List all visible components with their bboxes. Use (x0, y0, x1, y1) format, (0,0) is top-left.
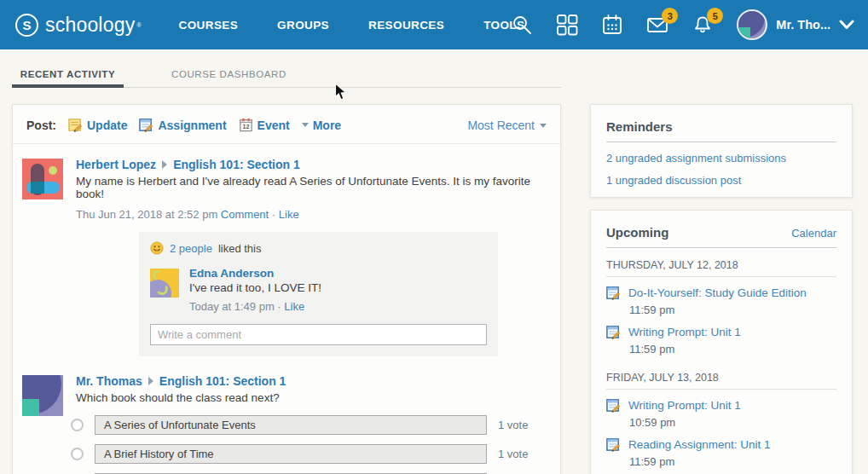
poll-vote-count: 1 vote (498, 419, 528, 431)
upcoming-title: Upcoming (606, 225, 668, 240)
post-more-button[interactable]: More (302, 118, 341, 132)
search-icon[interactable] (511, 14, 533, 36)
avatar-edna-anderson[interactable] (150, 269, 179, 298)
logo-text: schoology (45, 14, 135, 37)
nav-item-courses[interactable]: COURSES (179, 19, 239, 32)
calendar-icon[interactable] (601, 14, 623, 36)
tab-recent-activity[interactable]: RECENT ACTIVITY (12, 49, 124, 88)
assignment-icon (606, 286, 621, 300)
ungraded-discussion-link[interactable]: 1 ungraded discussion post (606, 174, 836, 187)
course-link[interactable]: English 101: Section 1 (159, 374, 286, 388)
post-composer: Post: Update Assignment (13, 105, 560, 144)
post-update-button[interactable]: Update (68, 118, 127, 132)
poll-radio-button[interactable] (71, 448, 84, 460)
avatar-herbert-lopez[interactable] (22, 159, 63, 199)
ungraded-assignments-link[interactable]: 2 ungraded assignment submissions (606, 152, 836, 165)
post-byline: Herbert LopezEnglish 101: Section 1 (76, 158, 547, 171)
sort-dropdown[interactable]: Most Recent (467, 118, 547, 132)
course-link[interactable]: English 101: Section 1 (173, 158, 300, 171)
feed-tab-bar: RECENT ACTIVITY COURSE DASHBOARD (12, 49, 561, 88)
post-timestamp: Thu Jun 21, 2018 at 2:52 pm (76, 208, 217, 221)
post-assignment-button[interactable]: Assignment (139, 118, 226, 132)
apps-grid-icon[interactable] (556, 14, 578, 36)
assignment-icon (606, 398, 621, 413)
poll-option-row: A Series of Unfortunate Events 1 vote (71, 415, 547, 435)
event-calendar-icon: 12 (239, 118, 253, 132)
user-name: Mr. Tho... (776, 18, 830, 32)
author-link[interactable]: Mr. Thomas (76, 374, 142, 388)
poll-question: Which book should the class read next? (76, 391, 547, 404)
upcoming-assignment-link[interactable]: Writing Prompt: Unit 1 (628, 399, 741, 412)
primary-nav: COURSES GROUPS RESOURCES TOOLS (179, 19, 525, 32)
like-link[interactable]: Like (279, 208, 299, 221)
user-avatar (737, 9, 767, 40)
reminders-panel: Reminders 2 ungraded assignment submissi… (590, 104, 853, 198)
post-more-label: More (313, 118, 341, 132)
author-link[interactable]: Herbert Lopez (76, 158, 156, 171)
post-assignment-label: Assignment (158, 118, 226, 132)
upcoming-assignment-link[interactable]: Do-It-Yourself: Study Guide Edition (628, 286, 807, 299)
more-dropdown-icon (302, 123, 309, 127)
poll-radio-button[interactable] (71, 419, 84, 431)
upcoming-time: 11:59 pm (629, 455, 836, 468)
post-event-label: Event (258, 118, 290, 132)
comment-edna: Edna Anderson I've read it too, I LOVE I… (150, 267, 487, 313)
tab-course-dashboard[interactable]: COURSE DASHBOARD (148, 49, 310, 88)
reminders-title: Reminders (606, 119, 673, 134)
upcoming-assignment-link[interactable]: Writing Prompt: Unit 1 (628, 326, 741, 338)
notifications-bell-icon[interactable]: 5 (692, 14, 714, 36)
upcoming-time: 11:59 pm (629, 343, 836, 356)
sort-dropdown-icon (540, 124, 547, 128)
avatar-mr-thomas[interactable] (22, 375, 63, 416)
svg-text:12: 12 (242, 124, 249, 130)
logo-registered-mark: ® (136, 22, 141, 28)
assignment-icon (139, 118, 153, 132)
upcoming-item: Writing Prompt: Unit 1 10:59 pm (606, 398, 836, 429)
schoology-logo[interactable]: S schoology ® (15, 14, 142, 37)
upcoming-panel: Upcoming Calendar THURSDAY, JULY 12, 201… (590, 210, 853, 474)
post-label: Post: (26, 118, 56, 132)
post-meta: Thu Jun 21, 2018 at 2:52 pm Comment · Li… (76, 208, 547, 221)
liked-count-link[interactable]: 2 people (170, 242, 212, 255)
comment-timestamp: Today at 1:49 pm (189, 300, 275, 313)
post-event-button[interactable]: 12 Event (239, 118, 290, 132)
comment-link[interactable]: Comment (221, 208, 269, 221)
upcoming-time: 10:59 pm (629, 416, 836, 429)
upcoming-item: Reading Assignment: Unit 1 11:59 pm (606, 437, 836, 468)
breadcrumb-arrow-icon (162, 160, 167, 169)
upcoming-item: Do-It-Yourself: Study Guide Edition 11:5… (606, 286, 836, 316)
account-menu[interactable]: Mr. Tho... (737, 9, 854, 40)
nav-item-groups[interactable]: GROUPS (277, 19, 329, 32)
chevron-down-icon (839, 19, 854, 31)
assignment-icon (606, 437, 621, 452)
assignment-icon (606, 325, 621, 339)
poll: A Series of Unfortunate Events 1 vote A … (76, 415, 547, 474)
post-text: My name is Herbert and I've already read… (76, 175, 547, 200)
messages-icon[interactable]: 3 (646, 14, 668, 36)
comment-like-link[interactable]: Like (284, 300, 304, 313)
post-byline: Mr. ThomasEnglish 101: Section 1 (76, 374, 547, 388)
comment-author-link[interactable]: Edna Anderson (189, 267, 487, 280)
dot-separator: · (277, 300, 281, 313)
notifications-badge: 5 (707, 8, 723, 24)
poll-option-bar[interactable]: A Brief History of Time (95, 444, 487, 464)
breadcrumb-arrow-icon (148, 377, 153, 385)
date-header: THURSDAY, JULY 12, 2018 (606, 248, 836, 277)
poll-vote-count: 1 vote (498, 448, 528, 460)
upcoming-assignment-link[interactable]: Reading Assignment: Unit 1 (628, 438, 771, 451)
calendar-link[interactable]: Calendar (791, 227, 836, 240)
update-note-icon (68, 118, 83, 132)
activity-feed-card: Post: Update Assignment (12, 104, 561, 474)
post-herbert-lopez: Herbert LopezEnglish 101: Section 1 My n… (13, 144, 560, 356)
poll-option-bar[interactable]: A Series of Unfortunate Events (95, 415, 487, 435)
write-comment-input[interactable] (150, 324, 487, 345)
post-update-label: Update (87, 118, 127, 132)
post-mr-thomas-poll: Mr. ThomasEnglish 101: Section 1 Which b… (13, 356, 560, 474)
comment-meta: Today at 1:49 pm · Like (189, 300, 487, 313)
upcoming-item: Writing Prompt: Unit 1 11:59 pm (606, 325, 836, 356)
schoology-s-icon: S (15, 14, 38, 37)
nav-item-resources[interactable]: RESOURCES (368, 19, 444, 32)
upcoming-time: 11:59 pm (629, 303, 836, 316)
sort-label: Most Recent (467, 118, 535, 132)
top-navigation-bar: S schoology ® COURSES GROUPS RESOURCES T… (0, 0, 868, 49)
